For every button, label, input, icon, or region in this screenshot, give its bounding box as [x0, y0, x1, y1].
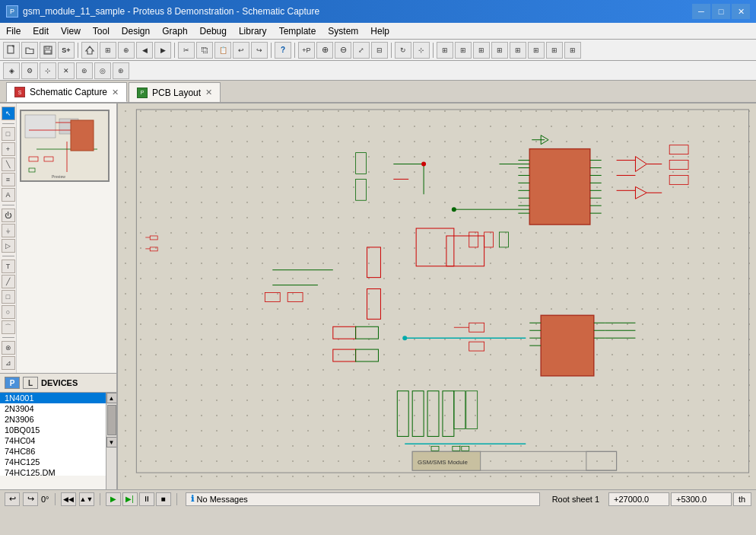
tb-next[interactable]: ▶ — [154, 42, 171, 59]
menu-template[interactable]: Template — [273, 23, 322, 39]
tb-zoom-in[interactable]: ⊕ — [316, 42, 333, 59]
tb-help[interactable]: ? — [275, 42, 291, 59]
tb-save-all[interactable]: S+ — [58, 42, 75, 59]
tb-snap[interactable]: ⊹ — [413, 42, 430, 59]
scroll-thumb[interactable] — [107, 405, 116, 435]
menu-view[interactable]: View — [55, 23, 87, 39]
tool-wire[interactable]: ╲ — [2, 158, 15, 171]
tb-undo[interactable]: ↩ — [233, 42, 249, 59]
tb-b4[interactable]: ⊞ — [491, 42, 508, 59]
scroll-up[interactable]: ▲ — [106, 393, 117, 403]
tb-zoom-all[interactable]: ⤢ — [353, 42, 370, 59]
tool-sep1 — [2, 123, 14, 124]
status-undo[interactable]: ↩ — [5, 492, 20, 506]
status-redo[interactable]: ↪ — [23, 492, 38, 506]
tb-b5[interactable]: ⊞ — [510, 42, 526, 59]
dev-74HC86[interactable]: 74HC86 — [0, 446, 116, 457]
tool-marker[interactable]: ⊗ — [2, 341, 15, 355]
tb2-b1[interactable]: ◈ — [3, 62, 20, 79]
tool-line[interactable]: ╱ — [2, 275, 15, 288]
schematic-canvas[interactable]: GSM/SMS Module — [118, 103, 756, 489]
angle-display: 0° — [41, 495, 49, 504]
close-button[interactable]: ✕ — [732, 4, 750, 19]
devlist-btn-l[interactable]: L — [23, 377, 38, 389]
minimize-button[interactable]: ─ — [692, 4, 710, 19]
menu-library[interactable]: Library — [233, 23, 273, 39]
dev-74HC125[interactable]: 74HC125 — [0, 457, 116, 467]
tb2-b3[interactable]: ⊹ — [40, 62, 56, 79]
tool-ground[interactable]: ⏚ — [2, 224, 15, 237]
titlebar-title: gsm_module_11_sample - Proteus 8 Demonst… — [23, 6, 319, 17]
tab-pcb[interactable]: P PCB Layout ✕ — [129, 82, 221, 102]
dev-1N4001[interactable]: 1N4001 — [0, 393, 116, 403]
tool-rect[interactable]: □ — [2, 290, 15, 304]
tb-zoom-out[interactable]: ⊖ — [335, 42, 351, 59]
tb-home[interactable] — [81, 42, 98, 59]
tb-b3[interactable]: ⊞ — [473, 42, 490, 59]
menu-help[interactable]: Help — [364, 23, 395, 39]
canvas-area[interactable]: GSM/SMS Module — [118, 103, 756, 489]
devlist-scrollbar[interactable]: ▲ ▼ — [106, 393, 116, 489]
tb2-b6[interactable]: ◎ — [94, 62, 111, 79]
tool-bus[interactable]: ≡ — [2, 173, 15, 186]
tb-origin[interactable]: ⊕ — [118, 42, 135, 59]
tb-save[interactable] — [40, 42, 56, 59]
menu-file[interactable]: File — [0, 23, 27, 39]
schematic-tab-close[interactable]: ✕ — [112, 88, 119, 97]
transport-step[interactable]: ▶| — [122, 492, 138, 506]
menu-design[interactable]: Design — [116, 23, 156, 39]
tb-b6[interactable]: ⊞ — [528, 42, 545, 59]
tool-select[interactable]: ↖ — [2, 107, 15, 120]
scroll-down[interactable]: ▼ — [106, 437, 117, 447]
tool-port[interactable]: ▷ — [2, 239, 15, 253]
svg-rect-59 — [443, 391, 454, 437]
tb-b2[interactable]: ⊞ — [455, 42, 472, 59]
tool-component[interactable]: □ — [2, 127, 15, 141]
tb-redo[interactable]: ↪ — [251, 42, 268, 59]
maximize-button[interactable]: □ — [712, 4, 730, 19]
status-updown[interactable]: ▲▼ — [79, 492, 94, 506]
menu-edit[interactable]: Edit — [27, 23, 55, 39]
dev-10BQ015[interactable]: 10BQ015 — [0, 425, 116, 435]
tool-junction[interactable]: + — [2, 142, 15, 156]
tool-text[interactable]: T — [2, 260, 15, 273]
tb2-b7[interactable]: ⊛ — [113, 62, 129, 79]
menu-graph[interactable]: Graph — [156, 23, 193, 39]
transport-stop[interactable]: ■ — [156, 492, 171, 506]
tool-arc[interactable]: ⌒ — [2, 320, 15, 334]
tb2-b4[interactable]: ✕ — [58, 62, 75, 79]
tb2-b5[interactable]: ⊚ — [76, 62, 93, 79]
tb-refresh[interactable]: ↻ — [395, 42, 411, 59]
tb-b8[interactable]: ⊞ — [564, 42, 581, 59]
tb-add-comp[interactable]: +P — [298, 42, 315, 59]
tb-prev[interactable]: ◀ — [136, 42, 153, 59]
menu-system[interactable]: System — [322, 23, 364, 39]
tb-grid[interactable]: ⊞ — [100, 42, 116, 59]
tab-schematic[interactable]: S Schematic Capture ✕ — [6, 82, 127, 102]
tb-b7[interactable]: ⊞ — [546, 42, 563, 59]
tb-new[interactable] — [3, 42, 20, 59]
dev-2N3904[interactable]: 2N3904 — [0, 403, 116, 414]
tool-probe[interactable]: ⊿ — [2, 356, 15, 370]
tool-label[interactable]: A — [2, 188, 15, 202]
menu-tool[interactable]: Tool — [87, 23, 116, 39]
tb-b1[interactable]: ⊞ — [437, 42, 453, 59]
tb-open[interactable] — [21, 42, 38, 59]
tool-power[interactable]: ⏻ — [2, 209, 15, 222]
status-left[interactable]: ◀◀ — [61, 492, 76, 506]
dev-74HC04[interactable]: 74HC04 — [0, 435, 116, 446]
devlist-btn-p[interactable]: P — [5, 377, 20, 389]
tb2-b2[interactable]: ⚙ — [21, 62, 38, 79]
menu-debug[interactable]: Debug — [194, 23, 233, 39]
tool-circle[interactable]: ○ — [2, 305, 15, 319]
tb-cut[interactable]: ✂ — [178, 42, 195, 59]
dev-74HC125DM[interactable]: 74HC125.DM — [0, 467, 116, 476]
tb-zoom-area[interactable]: ⊟ — [371, 42, 388, 59]
tb-paste[interactable]: 📋 — [214, 42, 231, 59]
transport-pause[interactable]: ⏸ — [139, 492, 154, 506]
transport-play[interactable]: ▶ — [106, 492, 121, 506]
device-list[interactable]: 1N4001 2N3904 2N3906 10BQ015 74HC04 74HC… — [0, 393, 116, 476]
pcb-tab-close[interactable]: ✕ — [205, 88, 212, 97]
dev-2N3906[interactable]: 2N3906 — [0, 414, 116, 425]
tb-copy[interactable]: ⿻ — [196, 42, 213, 59]
